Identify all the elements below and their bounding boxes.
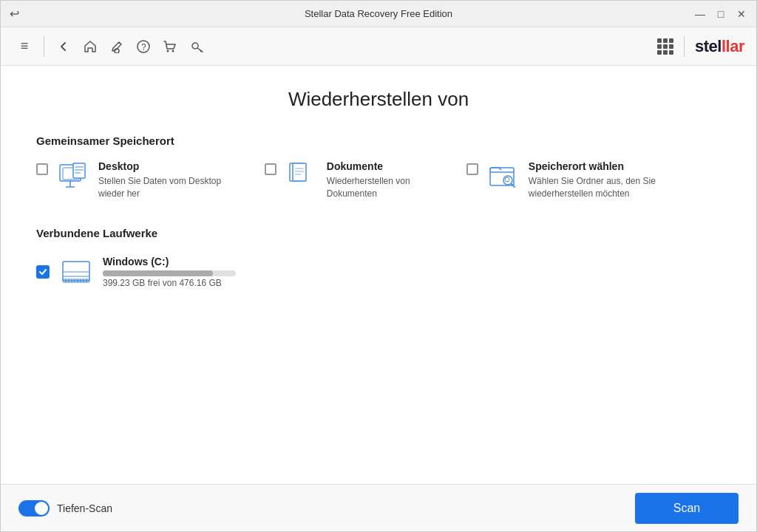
dokumente-checkbox[interactable] bbox=[265, 163, 276, 175]
svg-rect-23 bbox=[63, 262, 89, 281]
grid-icon[interactable] bbox=[657, 38, 673, 55]
drive-bar-container bbox=[103, 270, 236, 276]
minimize-button[interactable]: — bbox=[694, 8, 706, 20]
speicherort-checkbox[interactable] bbox=[466, 163, 478, 175]
svg-rect-13 bbox=[75, 172, 81, 174]
footer: Tiefen-Scan Scan bbox=[1, 484, 756, 531]
svg-rect-12 bbox=[75, 169, 84, 171]
desktop-card-title: Desktop bbox=[98, 160, 235, 172]
drive-bar bbox=[103, 270, 213, 276]
drives-label: Verbundene Laufwerke bbox=[36, 227, 721, 239]
titlebar-app-icon: ↩ bbox=[10, 7, 19, 21]
speicherort-card[interactable]: Speicherort wählen Wählen Sie Ordner aus… bbox=[466, 160, 721, 200]
main-content: Wiederherstellen von Gemeinsamer Speiche… bbox=[1, 66, 756, 484]
desktop-card[interactable]: Desktop Stellen Sie Daten vom Desktop wi… bbox=[36, 160, 235, 200]
toolbar-divider-1 bbox=[44, 36, 44, 57]
titlebar: ↩ Stellar Data Recovery Free Edition — □… bbox=[1, 1, 756, 27]
dokumente-card-desc: Wiederherstellen von Dokumenten bbox=[327, 175, 437, 200]
svg-point-3 bbox=[167, 50, 169, 52]
common-locations-label: Gemeinsamer Speicherort bbox=[36, 134, 721, 147]
location-cards: Desktop Stellen Sie Daten vom Desktop wi… bbox=[36, 160, 721, 200]
drive-checkbox[interactable] bbox=[36, 265, 50, 279]
brand-logo: stelllar bbox=[695, 37, 744, 56]
desktop-card-desc: Stellen Sie Daten vom Desktop wieder her bbox=[98, 175, 235, 200]
svg-rect-11 bbox=[75, 166, 84, 168]
home-icon[interactable] bbox=[78, 35, 102, 58]
dokumente-card-title: Dokumente bbox=[327, 160, 437, 172]
dokumente-card[interactable]: Dokumente Wiederherstellen von Dokumente… bbox=[265, 160, 437, 200]
close-button[interactable]: ✕ bbox=[736, 8, 747, 20]
desktop-card-text: Desktop Stellen Sie Daten vom Desktop wi… bbox=[98, 160, 235, 200]
tiefen-scan-label: Tiefen-Scan bbox=[57, 502, 112, 514]
cart-icon[interactable] bbox=[158, 35, 182, 58]
edit-icon[interactable] bbox=[105, 35, 129, 58]
speicherort-card-desc: Wählen Sie Ordner aus, den Sie wiederher… bbox=[529, 175, 721, 200]
key-icon[interactable] bbox=[185, 35, 208, 58]
scan-button[interactable]: Scan bbox=[635, 493, 739, 524]
drive-name: Windows (C:) bbox=[103, 256, 236, 267]
menu-icon[interactable]: ≡ bbox=[13, 35, 36, 58]
drive-item[interactable]: Windows (C:) 399.23 GB frei von 476.16 G… bbox=[36, 253, 721, 291]
dokumente-card-text: Dokumente Wiederherstellen von Dokumente… bbox=[327, 160, 437, 200]
titlebar-title: Stellar Data Recovery Free Edition bbox=[305, 8, 452, 19]
tiefen-scan-toggle-container: Tiefen-Scan bbox=[18, 500, 112, 516]
speicherort-card-text: Speicherort wählen Wählen Sie Ordner aus… bbox=[529, 160, 721, 200]
drives-section: Verbundene Laufwerke bbox=[36, 227, 721, 291]
drive-size: 399.23 GB frei von 476.16 GB bbox=[103, 278, 236, 288]
drive-info: Windows (C:) 399.23 GB frei von 476.16 G… bbox=[103, 256, 236, 288]
toggle-knob bbox=[35, 502, 48, 515]
toolbar-logo: stelllar bbox=[657, 36, 744, 57]
svg-rect-15 bbox=[293, 163, 306, 181]
titlebar-controls: — □ ✕ bbox=[694, 8, 747, 20]
dokumente-icon bbox=[285, 160, 318, 193]
maximize-button[interactable]: □ bbox=[715, 8, 727, 20]
tiefen-scan-toggle[interactable] bbox=[18, 500, 50, 516]
titlebar-title-text: Stellar Data Recovery Free Edition bbox=[305, 8, 452, 19]
svg-point-4 bbox=[172, 50, 174, 52]
help-icon[interactable]: ? bbox=[132, 35, 155, 58]
desktop-icon bbox=[57, 160, 89, 193]
toolbar: ≡ ? stelllar bbox=[1, 27, 756, 66]
desktop-checkbox[interactable] bbox=[36, 163, 48, 175]
svg-text:?: ? bbox=[141, 42, 146, 52]
logo-divider bbox=[684, 36, 685, 57]
speicherort-card-title: Speicherort wählen bbox=[529, 160, 721, 172]
back-icon[interactable] bbox=[52, 35, 75, 58]
page-title: Wiederherstellen von bbox=[36, 88, 721, 111]
speicherort-icon bbox=[487, 160, 520, 193]
drive-icon bbox=[58, 256, 94, 288]
